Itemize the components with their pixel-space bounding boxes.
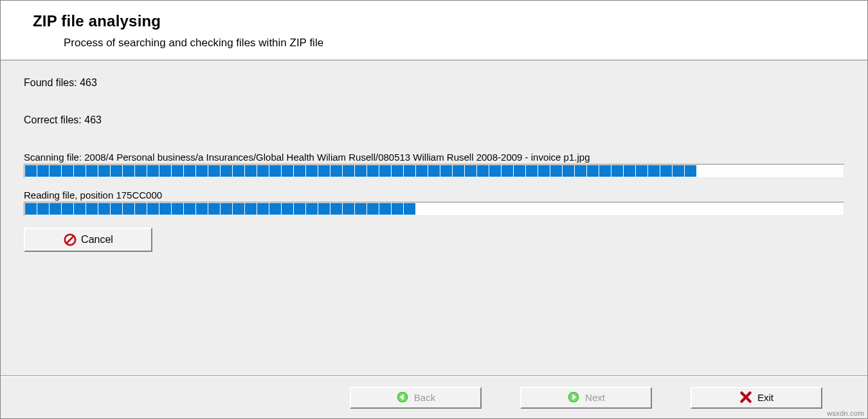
reading-file-label: Reading file, position 175CC000: [24, 190, 844, 201]
cancel-button-label: Cancel: [81, 234, 113, 245]
progress-segment: [245, 165, 257, 177]
progress-segment: [465, 165, 476, 177]
progress-segment: [184, 165, 195, 177]
progress-segment: [404, 203, 415, 215]
correct-files-label: Correct files: 463: [24, 114, 844, 126]
progress-segment: [343, 203, 354, 215]
progress-segment: [428, 165, 440, 177]
progress-segment: [306, 203, 318, 215]
scanning-file-label: Scanning file: 2008/4 Personal business/…: [24, 152, 844, 163]
progress-segment: [294, 165, 305, 177]
wizard-header: ZIP file analysing Process of searching …: [1, 1, 867, 60]
progress-segment: [538, 165, 550, 177]
progress-segment: [135, 165, 147, 177]
progress-segment: [159, 165, 171, 177]
progress-segment: [208, 165, 220, 177]
progress-segment: [98, 203, 110, 215]
watermark-text: wsxdn.com: [827, 409, 864, 417]
progress-segment: [172, 165, 183, 177]
progress-segment: [37, 165, 49, 177]
progress-segment: [282, 203, 293, 215]
progress-segment: [453, 165, 464, 177]
close-x-icon: [739, 391, 754, 405]
progress-segment: [111, 165, 122, 177]
page-subtitle: Process of searching and checking files …: [64, 37, 842, 49]
progress-segment: [62, 203, 73, 215]
wizard-content: Found files: 463 Correct files: 463 Scan…: [1, 60, 867, 375]
progress-segment: [123, 165, 134, 177]
progress-segment: [25, 165, 37, 177]
exit-button[interactable]: Exit: [691, 387, 822, 409]
progress-segment: [575, 165, 586, 177]
progress-segment: [330, 203, 342, 215]
progress-segment: [550, 165, 562, 177]
progress-segment: [587, 165, 599, 177]
progress-segment: [514, 165, 525, 177]
progress-segment: [86, 203, 98, 215]
page-title: ZIP file analysing: [33, 12, 842, 30]
progress-segment: [440, 165, 452, 177]
progress-segment: [257, 165, 269, 177]
arrow-left-circle-icon: [396, 391, 410, 405]
progress-segment: [318, 165, 330, 177]
progress-segment: [62, 165, 73, 177]
progress-segment: [111, 203, 122, 215]
no-entry-icon: [63, 233, 77, 247]
progress-segment: [367, 165, 379, 177]
progress-segment: [282, 165, 293, 177]
progress-segment: [221, 165, 232, 177]
progress-segment: [50, 203, 61, 215]
arrow-right-circle-icon: [567, 391, 581, 405]
progress-segment: [257, 203, 269, 215]
progress-segment: [233, 203, 244, 215]
progress-segment: [86, 165, 98, 177]
back-button-label: Back: [414, 392, 435, 403]
cancel-button[interactable]: Cancel: [24, 227, 152, 252]
progress-segment: [147, 203, 159, 215]
progress-segment: [245, 203, 257, 215]
found-files-label: Found files: 463: [24, 77, 844, 89]
progress-segment: [37, 203, 49, 215]
progress-segment: [367, 203, 379, 215]
progress-segment: [526, 165, 538, 177]
progress-segment: [379, 165, 391, 177]
next-button[interactable]: Next: [520, 387, 652, 409]
scanning-progress-bar: [24, 164, 844, 178]
progress-segment: [50, 165, 61, 177]
progress-segment: [673, 165, 684, 177]
progress-segment: [294, 203, 305, 215]
progress-segment: [355, 165, 366, 177]
progress-segment: [636, 165, 647, 177]
progress-segment: [98, 165, 110, 177]
progress-segment: [318, 203, 330, 215]
progress-segment: [416, 165, 428, 177]
progress-segment: [392, 203, 403, 215]
progress-segment: [379, 203, 391, 215]
progress-segment: [196, 203, 208, 215]
progress-segment: [599, 165, 611, 177]
back-button[interactable]: Back: [350, 387, 482, 409]
progress-segment: [74, 165, 86, 177]
progress-segment: [123, 203, 134, 215]
progress-segment: [74, 203, 86, 215]
progress-segment: [306, 165, 318, 177]
progress-segment: [233, 165, 244, 177]
progress-segment: [147, 165, 159, 177]
progress-segment: [611, 165, 623, 177]
svg-line-1: [67, 236, 74, 244]
progress-segment: [489, 165, 501, 177]
progress-segment: [159, 203, 171, 215]
next-button-label: Next: [585, 392, 605, 403]
progress-segment: [563, 165, 574, 177]
progress-segment: [184, 203, 195, 215]
progress-segment: [343, 165, 354, 177]
progress-segment: [208, 203, 220, 215]
progress-segment: [135, 203, 147, 215]
progress-segment: [269, 165, 281, 177]
wizard-window: ZIP file analysing Process of searching …: [0, 0, 868, 419]
progress-segment: [172, 203, 183, 215]
progress-segment: [624, 165, 635, 177]
progress-segment: [648, 165, 660, 177]
progress-segment: [221, 203, 232, 215]
progress-segment: [269, 203, 281, 215]
